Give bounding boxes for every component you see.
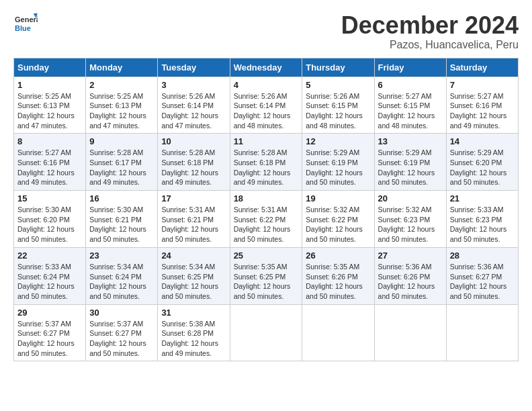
calendar-cell: 13 Sunrise: 5:29 AMSunset: 6:19 PMDaylig… xyxy=(374,134,446,191)
calendar-cell: 19 Sunrise: 5:32 AMSunset: 6:22 PMDaylig… xyxy=(302,191,374,248)
day-number: 28 xyxy=(450,250,515,261)
calendar-cell: 20 Sunrise: 5:32 AMSunset: 6:23 PMDaylig… xyxy=(374,191,446,248)
calendar-cell: 21 Sunrise: 5:33 AMSunset: 6:23 PMDaylig… xyxy=(446,191,518,248)
day-detail: Sunrise: 5:28 AMSunset: 6:17 PMDaylight:… xyxy=(89,148,146,186)
calendar-cell: 28 Sunrise: 5:36 AMSunset: 6:27 PMDaylig… xyxy=(446,247,518,304)
calendar-cell: 30 Sunrise: 5:37 AMSunset: 6:27 PMDaylig… xyxy=(86,304,158,361)
day-detail: Sunrise: 5:33 AMSunset: 6:24 PMDaylight:… xyxy=(17,263,75,300)
day-detail: Sunrise: 5:25 AMSunset: 6:13 PMDaylight:… xyxy=(17,92,75,130)
day-detail: Sunrise: 5:38 AMSunset: 6:28 PMDaylight:… xyxy=(161,320,218,357)
week-row-3: 15 Sunrise: 5:30 AMSunset: 6:20 PMDaylig… xyxy=(14,191,519,248)
logo: General Blue xyxy=(13,12,38,36)
day-number: 27 xyxy=(378,250,443,261)
day-number: 1 xyxy=(17,80,82,90)
page: General Blue December 2024 Pazos, Huanca… xyxy=(0,0,532,411)
day-number: 24 xyxy=(161,250,226,261)
day-number: 14 xyxy=(450,136,515,146)
day-number: 19 xyxy=(306,193,370,203)
day-detail: Sunrise: 5:33 AMSunset: 6:23 PMDaylight:… xyxy=(450,205,507,243)
day-detail: Sunrise: 5:37 AMSunset: 6:27 PMDaylight:… xyxy=(89,320,146,357)
calendar-cell: 10 Sunrise: 5:28 AMSunset: 6:18 PMDaylig… xyxy=(158,134,230,191)
col-header-wednesday: Wednesday xyxy=(230,58,302,77)
title-area: December 2024 Pazos, Huancavelica, Peru xyxy=(341,12,519,51)
svg-text:Blue: Blue xyxy=(15,24,31,32)
calendar-cell: 18 Sunrise: 5:31 AMSunset: 6:22 PMDaylig… xyxy=(230,191,302,248)
day-number: 20 xyxy=(378,193,443,203)
calendar-cell: 2 Sunrise: 5:25 AMSunset: 6:13 PMDayligh… xyxy=(86,77,158,134)
calendar-cell: 7 Sunrise: 5:27 AMSunset: 6:16 PMDayligh… xyxy=(446,77,518,134)
col-header-friday: Friday xyxy=(374,58,446,77)
calendar-cell: 15 Sunrise: 5:30 AMSunset: 6:20 PMDaylig… xyxy=(14,191,86,248)
day-detail: Sunrise: 5:28 AMSunset: 6:18 PMDaylight:… xyxy=(234,148,291,186)
calendar-cell: 22 Sunrise: 5:33 AMSunset: 6:24 PMDaylig… xyxy=(14,247,86,304)
col-header-monday: Monday xyxy=(86,58,158,77)
calendar-cell xyxy=(302,304,374,361)
day-number: 18 xyxy=(234,193,299,203)
day-number: 15 xyxy=(17,193,82,203)
day-detail: Sunrise: 5:26 AMSunset: 6:14 PMDaylight:… xyxy=(161,92,218,130)
week-row-1: 1 Sunrise: 5:25 AMSunset: 6:13 PMDayligh… xyxy=(14,77,519,134)
day-number: 4 xyxy=(234,80,299,90)
calendar-cell: 25 Sunrise: 5:35 AMSunset: 6:25 PMDaylig… xyxy=(230,247,302,304)
day-number: 9 xyxy=(89,136,154,146)
day-detail: Sunrise: 5:25 AMSunset: 6:13 PMDaylight:… xyxy=(89,92,146,130)
day-detail: Sunrise: 5:34 AMSunset: 6:24 PMDaylight:… xyxy=(89,263,146,300)
col-header-sunday: Sunday xyxy=(14,58,86,77)
calendar-cell xyxy=(374,304,446,361)
week-row-4: 22 Sunrise: 5:33 AMSunset: 6:24 PMDaylig… xyxy=(14,247,519,304)
day-number: 30 xyxy=(89,308,154,318)
day-number: 5 xyxy=(306,80,370,90)
day-detail: Sunrise: 5:29 AMSunset: 6:19 PMDaylight:… xyxy=(378,148,435,186)
day-detail: Sunrise: 5:36 AMSunset: 6:27 PMDaylight:… xyxy=(450,263,507,300)
calendar-cell: 26 Sunrise: 5:35 AMSunset: 6:26 PMDaylig… xyxy=(302,247,374,304)
calendar-cell xyxy=(446,304,518,361)
calendar-cell: 27 Sunrise: 5:36 AMSunset: 6:26 PMDaylig… xyxy=(374,247,446,304)
day-detail: Sunrise: 5:29 AMSunset: 6:19 PMDaylight:… xyxy=(306,148,363,186)
day-detail: Sunrise: 5:26 AMSunset: 6:15 PMDaylight:… xyxy=(306,92,363,130)
calendar-cell: 8 Sunrise: 5:27 AMSunset: 6:16 PMDayligh… xyxy=(14,134,86,191)
day-detail: Sunrise: 5:31 AMSunset: 6:22 PMDaylight:… xyxy=(234,205,291,243)
day-number: 25 xyxy=(234,250,299,261)
day-number: 31 xyxy=(161,308,226,318)
calendar-cell: 5 Sunrise: 5:26 AMSunset: 6:15 PMDayligh… xyxy=(302,77,374,134)
day-number: 16 xyxy=(89,193,154,203)
day-detail: Sunrise: 5:29 AMSunset: 6:20 PMDaylight:… xyxy=(450,148,507,186)
day-detail: Sunrise: 5:26 AMSunset: 6:14 PMDaylight:… xyxy=(234,92,291,130)
day-detail: Sunrise: 5:34 AMSunset: 6:25 PMDaylight:… xyxy=(161,263,218,300)
calendar-cell: 1 Sunrise: 5:25 AMSunset: 6:13 PMDayligh… xyxy=(14,77,86,134)
day-number: 10 xyxy=(161,136,226,146)
day-detail: Sunrise: 5:31 AMSunset: 6:21 PMDaylight:… xyxy=(161,205,218,243)
day-number: 22 xyxy=(17,250,82,261)
day-detail: Sunrise: 5:35 AMSunset: 6:25 PMDaylight:… xyxy=(234,263,291,300)
day-number: 26 xyxy=(306,250,370,261)
logo-graphic: General Blue xyxy=(13,12,38,36)
calendar-cell: 3 Sunrise: 5:26 AMSunset: 6:14 PMDayligh… xyxy=(158,77,230,134)
day-number: 17 xyxy=(161,193,226,203)
calendar-cell: 24 Sunrise: 5:34 AMSunset: 6:25 PMDaylig… xyxy=(158,247,230,304)
week-row-2: 8 Sunrise: 5:27 AMSunset: 6:16 PMDayligh… xyxy=(14,134,519,191)
day-detail: Sunrise: 5:30 AMSunset: 6:21 PMDaylight:… xyxy=(89,205,146,243)
calendar-cell: 9 Sunrise: 5:28 AMSunset: 6:17 PMDayligh… xyxy=(86,134,158,191)
calendar-cell: 16 Sunrise: 5:30 AMSunset: 6:21 PMDaylig… xyxy=(86,191,158,248)
header: General Blue December 2024 Pazos, Huanca… xyxy=(13,12,519,51)
day-number: 6 xyxy=(378,80,443,90)
day-number: 23 xyxy=(89,250,154,261)
col-header-saturday: Saturday xyxy=(446,58,518,77)
svg-text:General: General xyxy=(15,15,38,24)
col-header-thursday: Thursday xyxy=(302,58,374,77)
col-header-tuesday: Tuesday xyxy=(158,58,230,77)
calendar-cell: 14 Sunrise: 5:29 AMSunset: 6:20 PMDaylig… xyxy=(446,134,518,191)
calendar-cell: 31 Sunrise: 5:38 AMSunset: 6:28 PMDaylig… xyxy=(158,304,230,361)
day-number: 12 xyxy=(306,136,370,146)
calendar-cell: 29 Sunrise: 5:37 AMSunset: 6:27 PMDaylig… xyxy=(14,304,86,361)
day-detail: Sunrise: 5:36 AMSunset: 6:26 PMDaylight:… xyxy=(378,263,435,300)
day-detail: Sunrise: 5:27 AMSunset: 6:16 PMDaylight:… xyxy=(17,148,75,186)
day-number: 2 xyxy=(89,80,154,90)
subtitle: Pazos, Huancavelica, Peru xyxy=(341,39,519,51)
calendar-cell: 6 Sunrise: 5:27 AMSunset: 6:15 PMDayligh… xyxy=(374,77,446,134)
calendar-cell: 23 Sunrise: 5:34 AMSunset: 6:24 PMDaylig… xyxy=(86,247,158,304)
calendar-cell: 17 Sunrise: 5:31 AMSunset: 6:21 PMDaylig… xyxy=(158,191,230,248)
day-detail: Sunrise: 5:27 AMSunset: 6:16 PMDaylight:… xyxy=(450,92,507,130)
day-detail: Sunrise: 5:35 AMSunset: 6:26 PMDaylight:… xyxy=(306,263,363,300)
week-row-5: 29 Sunrise: 5:37 AMSunset: 6:27 PMDaylig… xyxy=(14,304,519,361)
